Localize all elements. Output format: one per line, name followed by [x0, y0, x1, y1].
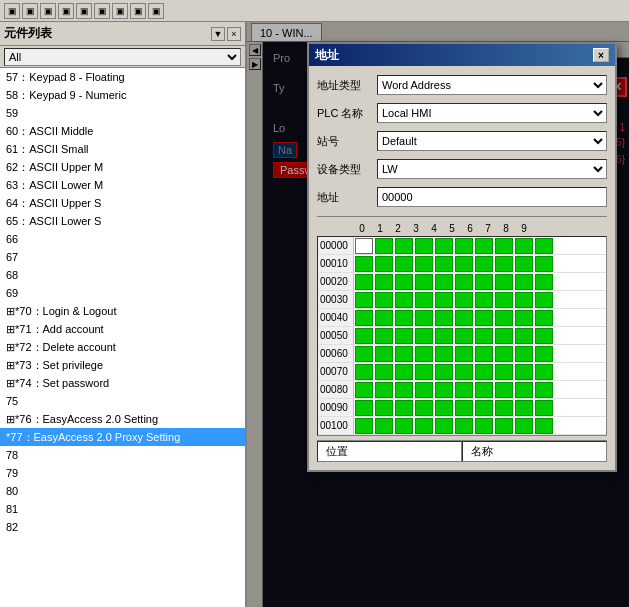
grid-cell-10-5[interactable] — [455, 418, 473, 434]
grid-cell-5-0[interactable] — [355, 328, 373, 344]
grid-cell-7-7[interactable] — [495, 364, 513, 380]
grid-cell-6-9[interactable] — [535, 346, 553, 362]
sidebar-item-item-66[interactable]: 66 — [0, 230, 245, 248]
toolbar-icon-2[interactable]: ▣ — [22, 3, 38, 19]
grid-cell-11-7[interactable] — [495, 436, 513, 437]
grid-cell-8-9[interactable] — [535, 382, 553, 398]
grid-cell-8-4[interactable] — [435, 382, 453, 398]
toolbar-icon-5[interactable]: ▣ — [76, 3, 92, 19]
grid-cell-11-0[interactable] — [355, 436, 373, 437]
grid-cell-10-1[interactable] — [375, 418, 393, 434]
grid-cell-2-1[interactable] — [375, 274, 393, 290]
grid-cell-2-9[interactable] — [535, 274, 553, 290]
sidebar-collapse-btn[interactable]: ▼ — [211, 27, 225, 41]
address-type-select[interactable]: Word Address Bit Address — [377, 75, 607, 95]
grid-cell-5-7[interactable] — [495, 328, 513, 344]
grid-cell-7-5[interactable] — [455, 364, 473, 380]
grid-cell-10-4[interactable] — [435, 418, 453, 434]
grid-cell-5-2[interactable] — [395, 328, 413, 344]
grid-cell-11-1[interactable] — [375, 436, 393, 437]
grid-cell-2-5[interactable] — [455, 274, 473, 290]
grid-cell-7-9[interactable] — [535, 364, 553, 380]
grid-cell-5-3[interactable] — [415, 328, 433, 344]
sidebar-item-item-67[interactable]: 67 — [0, 248, 245, 266]
grid-cell-5-8[interactable] — [515, 328, 533, 344]
grid-cell-4-6[interactable] — [475, 310, 493, 326]
device-type-select[interactable]: LW LB — [377, 159, 607, 179]
grid-cell-2-0[interactable] — [355, 274, 373, 290]
grid-cell-3-0[interactable] — [355, 292, 373, 308]
sidebar-item-item-70[interactable]: ⊞*70：Login & Logout — [0, 302, 245, 320]
sidebar-item-item-59[interactable]: 59 — [0, 104, 245, 122]
grid-cell-0-6[interactable] — [475, 238, 493, 254]
grid-cell-9-3[interactable] — [415, 400, 433, 416]
grid-cell-1-3[interactable] — [415, 256, 433, 272]
grid-cell-10-6[interactable] — [475, 418, 493, 434]
grid-cell-8-1[interactable] — [375, 382, 393, 398]
toolbar-icon-8[interactable]: ▣ — [130, 3, 146, 19]
grid-cell-1-6[interactable] — [475, 256, 493, 272]
grid-cell-4-0[interactable] — [355, 310, 373, 326]
sidebar-item-item-62[interactable]: 62：ASCII Upper M — [0, 158, 245, 176]
grid-cell-9-2[interactable] — [395, 400, 413, 416]
grid-cell-7-3[interactable] — [415, 364, 433, 380]
grid-cell-9-6[interactable] — [475, 400, 493, 416]
grid-cell-3-9[interactable] — [535, 292, 553, 308]
grid-cell-7-0[interactable] — [355, 364, 373, 380]
grid-cell-5-6[interactable] — [475, 328, 493, 344]
toolbar-icon-3[interactable]: ▣ — [40, 3, 56, 19]
grid-cell-6-4[interactable] — [435, 346, 453, 362]
grid-cell-10-0[interactable] — [355, 418, 373, 434]
grid-cell-4-1[interactable] — [375, 310, 393, 326]
grid-cell-8-0[interactable] — [355, 382, 373, 398]
grid-cell-6-7[interactable] — [495, 346, 513, 362]
grid-cell-7-8[interactable] — [515, 364, 533, 380]
sidebar-item-item-68[interactable]: 68 — [0, 266, 245, 284]
sidebar-item-item-64[interactable]: 64：ASCII Upper S — [0, 194, 245, 212]
toolbar-icon-4[interactable]: ▣ — [58, 3, 74, 19]
grid-cell-6-3[interactable] — [415, 346, 433, 362]
sidebar-item-item-60[interactable]: 60：ASCII Middle — [0, 122, 245, 140]
modal-close-button[interactable]: × — [593, 48, 609, 62]
grid-cell-2-3[interactable] — [415, 274, 433, 290]
grid-cell-0-5[interactable] — [455, 238, 473, 254]
grid-cell-4-4[interactable] — [435, 310, 453, 326]
grid-cell-3-8[interactable] — [515, 292, 533, 308]
grid-cell-1-5[interactable] — [455, 256, 473, 272]
grid-cell-11-9[interactable] — [535, 436, 553, 437]
grid-cell-4-7[interactable] — [495, 310, 513, 326]
plc-name-select[interactable]: Local HMI — [377, 103, 607, 123]
grid-cell-8-8[interactable] — [515, 382, 533, 398]
grid-cell-1-7[interactable] — [495, 256, 513, 272]
sidebar-item-item-69[interactable]: 69 — [0, 284, 245, 302]
grid-cell-6-8[interactable] — [515, 346, 533, 362]
address-input[interactable] — [377, 187, 607, 207]
grid-cell-6-6[interactable] — [475, 346, 493, 362]
grid-cell-0-0[interactable] — [355, 238, 373, 254]
grid-cell-11-4[interactable] — [435, 436, 453, 437]
grid-cell-0-9[interactable] — [535, 238, 553, 254]
grid-cell-0-4[interactable] — [435, 238, 453, 254]
grid-cell-10-7[interactable] — [495, 418, 513, 434]
grid-cell-11-3[interactable] — [415, 436, 433, 437]
sidebar-item-item-75[interactable]: 75 — [0, 392, 245, 410]
grid-cell-9-9[interactable] — [535, 400, 553, 416]
grid-cell-11-2[interactable] — [395, 436, 413, 437]
sidebar-item-item-78[interactable]: 78 — [0, 446, 245, 464]
sidebar-item-item-80[interactable]: 80 — [0, 482, 245, 500]
grid-cell-2-7[interactable] — [495, 274, 513, 290]
grid-cell-3-5[interactable] — [455, 292, 473, 308]
grid-cell-9-0[interactable] — [355, 400, 373, 416]
grid-cell-0-1[interactable] — [375, 238, 393, 254]
grid-cell-3-2[interactable] — [395, 292, 413, 308]
sidebar-item-item-77[interactable]: *77：EasyAccess 2.0 Proxy Setting — [0, 428, 245, 446]
grid-cell-6-0[interactable] — [355, 346, 373, 362]
grid-cell-4-2[interactable] — [395, 310, 413, 326]
grid-cell-10-8[interactable] — [515, 418, 533, 434]
sidebar-item-item-79[interactable]: 79 — [0, 464, 245, 482]
sidebar-item-item-81[interactable]: 81 — [0, 500, 245, 518]
grid-cell-9-4[interactable] — [435, 400, 453, 416]
toolbar-icon-9[interactable]: ▣ — [148, 3, 164, 19]
grid-cell-1-1[interactable] — [375, 256, 393, 272]
grid-cell-4-5[interactable] — [455, 310, 473, 326]
